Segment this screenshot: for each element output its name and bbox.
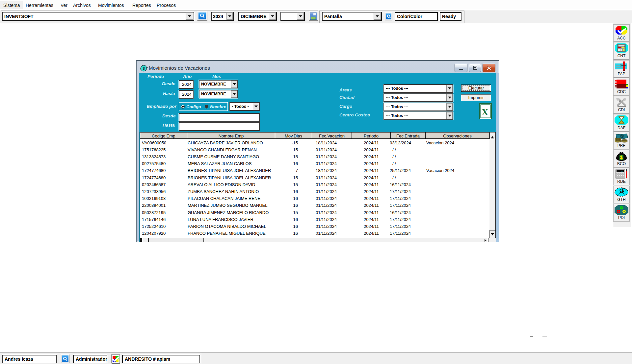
svg-text:X: X bbox=[482, 107, 488, 117]
svg-text:$: $ bbox=[621, 134, 623, 138]
svg-text:$: $ bbox=[143, 66, 145, 70]
